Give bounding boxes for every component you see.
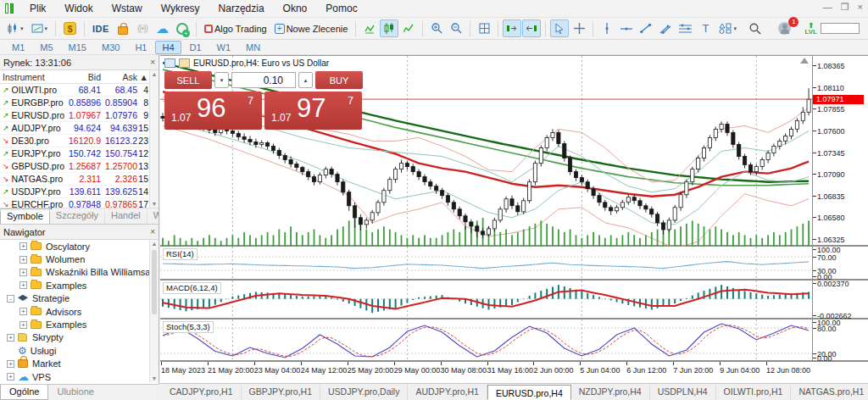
chart-tab-oilwti-pro-h1[interactable]: OILWTI.pro,H1 [716, 384, 792, 400]
buy-price-box[interactable]: 1.07 97 7 [264, 92, 362, 130]
channel-tool[interactable] [656, 19, 675, 37]
auto-scroll-button[interactable] [522, 19, 541, 37]
macd-pane[interactable]: MACD(6,12,4)0.002370-0.002662 [160, 281, 868, 319]
tree-item-advisors[interactable]: +Advisors [0, 305, 159, 318]
table-row-eurusd-pro[interactable]: ↗EURUSD.pro1.079671.079769 [0, 109, 159, 122]
sell-button[interactable]: SELL [164, 71, 212, 89]
rsi-pane[interactable]: RSI(14)100.0070.0030.000.00 [160, 247, 868, 281]
menu-okno[interactable]: Okno [274, 1, 317, 16]
stoch-pane[interactable]: Stoch(5,3,3)100.0080.0020.000.00 [160, 319, 868, 362]
timeframe-m5[interactable]: M5 [33, 41, 59, 54]
sell-price-box[interactable]: 1.07 96 7 [164, 92, 262, 130]
table-row-gbpusd-pro[interactable]: ↘GBPUSD.pro1.256871.2570013 [0, 160, 159, 173]
tab-ulubione[interactable]: Ulubione [48, 385, 102, 400]
grid-button[interactable] [475, 19, 493, 37]
tree-item-examples[interactable]: +Examples [0, 318, 159, 331]
chart-tab-nzdjpy-pro-h4[interactable]: NZDJPY.pro,H4 [571, 384, 650, 400]
community-button[interactable] [173, 19, 192, 37]
close-button[interactable]: × [858, 2, 863, 13]
line-chart-button[interactable] [399, 19, 418, 37]
table-row-eurjpy-pro[interactable]: ↗EURJPY.pro150.742150.75412 [0, 147, 159, 160]
timeframe-m15[interactable]: M15 [62, 41, 93, 54]
table-row-de30-pro[interactable]: ↘DE30.pro16120.916123.223 [0, 135, 159, 147]
table-row-eurchf-pro[interactable]: ↘EURCHF.pro0.978480.9786517 [0, 198, 159, 211]
tree-item-usługi[interactable]: ⚙Usługi [0, 344, 159, 357]
expand-icon[interactable]: + [7, 360, 14, 368]
shift-end-button[interactable] [503, 19, 521, 37]
scroll-down-icon[interactable]: ▼ [150, 375, 159, 381]
tree-item-market[interactable]: +Market [0, 358, 159, 370]
scrollbar-thumb[interactable] [152, 250, 157, 314]
scroll-up-icon[interactable]: ▲ [150, 71, 159, 77]
expand-icon[interactable]: + [19, 269, 27, 276]
expand-icon[interactable]: + [19, 281, 27, 289]
minimize-button[interactable]: — [823, 2, 832, 13]
collapse-icon[interactable]: - [7, 295, 14, 303]
one-click-trading-icon[interactable] [179, 58, 190, 68]
table-row-usdjpy-pro[interactable]: ↗USDJPY.pro139.611139.62514 [0, 186, 159, 198]
buy-button[interactable]: BUY [315, 71, 363, 89]
signals-button[interactable]: ((•)) [133, 19, 152, 37]
vertical-line-tool[interactable] [598, 19, 616, 37]
tree-item-examples[interactable]: +Examples [0, 279, 159, 292]
navigator-close-icon[interactable]: × [150, 227, 155, 236]
expand-icon[interactable]: + [7, 334, 14, 342]
volume-increase-button[interactable]: ▴ [298, 72, 313, 88]
navigator-scrollbar[interactable]: ▲▼ [149, 240, 159, 382]
table-row-natgas-pro[interactable]: ↘NATGAS.pro2.3112.32615 [0, 173, 159, 186]
chart-canvas[interactable] [160, 281, 812, 319]
price-axis[interactable]: 1.083651.081101.078551.076001.073451.070… [812, 56, 868, 245]
new-chart-button[interactable]: ▾ [3, 19, 27, 37]
chart-tab-cadjpy-pro-h1[interactable]: CADJPY.pro,H1 [162, 384, 242, 400]
shapes-tool[interactable]: ▾ [715, 19, 740, 37]
timeframe-m1[interactable]: M1 [5, 41, 31, 54]
timeframe-w1[interactable]: W1 [210, 41, 238, 54]
tree-item-skrypty[interactable]: +Skrypty [0, 331, 159, 344]
deposit-button[interactable]: $ [60, 19, 80, 37]
expand-icon[interactable]: + [19, 242, 27, 250]
table-row-audjpy-pro[interactable]: ↗AUDJPY.pro94.62494.63915 [0, 122, 159, 135]
timeframe-mn[interactable]: MN [239, 41, 267, 54]
menu-wstaw[interactable]: Wstaw [103, 1, 152, 16]
tree-item-wskaźniki-billa-williamsa[interactable]: +Wskaźniki Billa Williamsa [0, 266, 159, 279]
scroll-down-icon[interactable]: ▼ [150, 201, 159, 207]
table-row-oilwti-pro[interactable]: ↗OILWTI.pro68.4168.454 [0, 84, 159, 97]
market-watch-close-icon[interactable]: × [150, 58, 155, 67]
crosshair-button[interactable] [570, 19, 588, 37]
zoom-in-button[interactable] [427, 19, 446, 37]
timeframe-d1[interactable]: D1 [183, 41, 209, 54]
volume-decrease-button[interactable]: ▾ [214, 72, 229, 88]
menu-wykresy[interactable]: Wykresy [152, 1, 209, 16]
chart-tab-audjpy-pro-h1[interactable]: AUDJPY.pro,H1 [408, 384, 487, 400]
table-row-eurgbp-pro[interactable]: ↗EURGBP.pro0.858960.859048 [0, 97, 159, 109]
scroll-up-icon[interactable]: ▲ [150, 241, 159, 247]
chart-tab-eurusd-pro-h4[interactable]: EURUSD.pro,H4 [487, 385, 571, 400]
new-order-button[interactable]: +Nowe Zlecenie [271, 19, 352, 37]
chart-tab-gbpjpy-pro-h1[interactable]: GBPJPY.pro,H1 [242, 384, 321, 400]
cloud-button[interactable]: ☁ [153, 19, 172, 37]
tree-item-vps[interactable]: +☁VPS [0, 370, 159, 382]
expand-icon[interactable]: + [7, 373, 14, 381]
market-watch-scrollbar[interactable]: ▲▼ [149, 70, 159, 208]
chart-tab-usdjpy-pro-daily[interactable]: USDJPY.pro,Daily [320, 384, 408, 400]
search-button[interactable] [746, 19, 765, 37]
tick-chart-button[interactable] [360, 19, 379, 37]
expand-icon[interactable]: + [19, 321, 27, 329]
tree-item-oscylatory[interactable]: +Oscylatory [0, 240, 159, 253]
depth-of-market-icon[interactable] [164, 58, 175, 68]
chart-canvas[interactable] [160, 319, 812, 362]
timeframe-h4[interactable]: H4 [155, 41, 181, 54]
candle-chart-button[interactable] [380, 19, 398, 37]
cursor-button[interactable] [550, 19, 569, 37]
expand-icon[interactable]: + [19, 308, 27, 315]
trendline-tool[interactable] [637, 19, 655, 37]
chart-tab-natgas-pro-h1[interactable]: NATGAS.pro,H1 [791, 384, 868, 400]
level-indicator[interactable]: LVL [804, 22, 860, 36]
fibonacci-tool[interactable] [676, 19, 695, 37]
metaeditor-button[interactable]: IDE [89, 19, 113, 37]
community-profile-button[interactable]: 1 [775, 19, 794, 37]
expand-icon[interactable]: + [19, 256, 27, 264]
algo-trading-toggle[interactable]: Algo Trading [201, 19, 270, 37]
restore-button[interactable]: ❐ [841, 2, 849, 13]
horizontal-line-tool[interactable] [617, 19, 636, 37]
